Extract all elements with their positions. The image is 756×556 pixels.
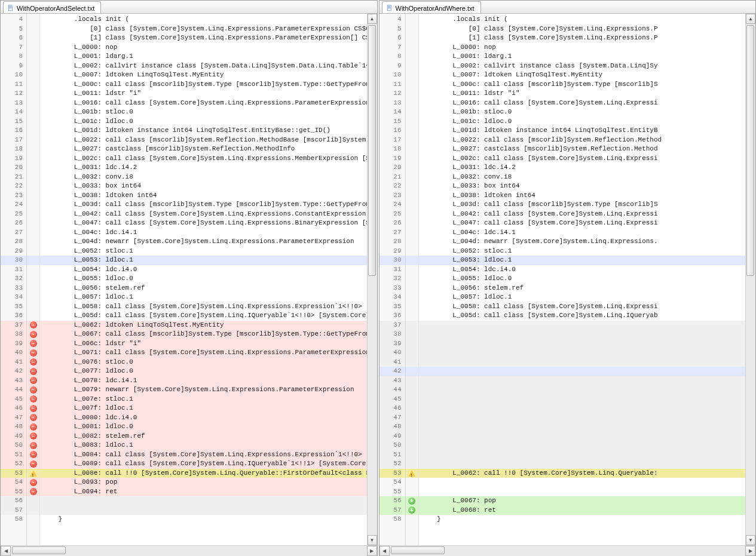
code-line[interactable]: L_0033: box int64 <box>419 182 746 191</box>
code-line[interactable]: L_0016: call class [System.Core]System.L… <box>40 99 367 108</box>
code-line[interactable]: L_0062: ldtoken LinqToSqlTest.MyEntity <box>40 321 367 330</box>
code-line[interactable]: L_0001: ldarg.1 <box>40 52 367 62</box>
code-line[interactable] <box>419 395 746 404</box>
code-line[interactable]: L_003d: call class [mscorlib]System.Type… <box>40 200 367 210</box>
scroll-left-button[interactable]: ◀ <box>1 546 11 556</box>
code-line[interactable]: [0] class [System.Core]System.Linq.Expre… <box>40 24 367 34</box>
code-line[interactable]: L_000c: call class [mscorlib]System.Type… <box>419 80 746 90</box>
scroll-thumb[interactable] <box>391 546 445 554</box>
code-line[interactable]: L_0054: ldc.i4.0 <box>419 265 746 275</box>
code-line[interactable]: L_005d: call class [System.Core]System.L… <box>40 311 367 321</box>
code-line[interactable]: .locals init ( <box>419 15 746 24</box>
code-line[interactable] <box>40 506 367 515</box>
code-line[interactable]: L_001b: stloc.0 <box>40 107 367 117</box>
code-line[interactable]: L_005d: call class [System.Core]System.L… <box>419 311 746 321</box>
code-line[interactable]: L_001d: ldtoken instance int64 LinqToSql… <box>419 126 746 136</box>
code-line[interactable]: L_0094: ret <box>40 487 367 497</box>
scroll-down-button[interactable]: ▼ <box>746 535 755 545</box>
scroll-left-button[interactable]: ◀ <box>379 546 390 556</box>
code-line[interactable]: L_0047: call class [System.Core]System.L… <box>419 219 746 228</box>
code-line[interactable]: L_004d: newarr [System.Core]System.Linq.… <box>40 237 367 247</box>
code-line[interactable]: L_0002: callvirt instance class [System.… <box>40 62 367 71</box>
code-line[interactable]: } <box>40 515 367 524</box>
code-line[interactable]: L_001c: ldloc.0 <box>419 117 746 127</box>
code-line[interactable]: L_0000: nop <box>419 43 746 53</box>
code-line[interactable]: L_0058: call class [System.Core]System.L… <box>40 302 367 312</box>
left-code[interactable]: .locals init ( [0] class [System.Core]Sy… <box>40 14 367 545</box>
code-line[interactable]: L_0000: nop <box>40 43 367 53</box>
code-line[interactable]: L_004c: ldc.i4.1 <box>40 228 367 238</box>
code-line[interactable]: L_001b: stloc.0 <box>419 107 746 117</box>
code-line[interactable]: L_0011: ldstr "i" <box>419 89 746 99</box>
code-line[interactable]: L_0056: stelem.ref <box>419 284 746 293</box>
code-line[interactable]: L_0031: ldc.i4.2 <box>419 163 746 173</box>
right-horizontal-scrollbar[interactable]: ◀ ▶ <box>379 545 756 555</box>
code-line[interactable] <box>419 321 746 330</box>
code-line[interactable]: L_0071: call class [System.Core]System.L… <box>40 348 367 358</box>
scroll-up-button[interactable]: ▲ <box>746 14 755 24</box>
code-line[interactable]: L_0057: ldloc.1 <box>419 293 746 302</box>
code-line[interactable] <box>419 487 746 497</box>
code-line[interactable]: [1] class [System.Core]System.Linq.Expre… <box>40 33 367 43</box>
code-line[interactable] <box>419 404 746 413</box>
scroll-track[interactable] <box>11 546 367 556</box>
code-line[interactable] <box>419 432 746 441</box>
code-line[interactable]: L_0081: ldloc.0 <box>40 422 367 432</box>
right-editor[interactable]: 4567891011121314151617181920212223242526… <box>379 14 756 545</box>
code-line[interactable]: .locals init ( <box>40 15 367 24</box>
code-line[interactable]: L_0079: newarr [System.Core]System.Linq.… <box>40 385 367 395</box>
code-line[interactable]: L_0078: ldc.i4.1 <box>40 376 367 386</box>
code-line[interactable]: [1] class [System.Core]System.Linq.Expre… <box>419 33 746 43</box>
code-line[interactable] <box>419 450 746 460</box>
right-tab[interactable]: WithOperatorAndWhere.txt <box>382 1 481 13</box>
code-line[interactable]: L_004c: ldc.i4.1 <box>419 228 746 238</box>
code-line[interactable]: L_0068: ret <box>419 506 746 515</box>
code-line[interactable] <box>419 478 746 487</box>
code-line[interactable]: L_0062: call !!0 [System.Core]System.Lin… <box>419 469 746 478</box>
code-line[interactable] <box>419 367 746 376</box>
code-line[interactable] <box>419 422 746 432</box>
scroll-track[interactable] <box>368 24 377 535</box>
code-line[interactable]: L_0016: call class [System.Core]System.L… <box>419 99 746 108</box>
code-line[interactable]: L_006c: ldstr "i" <box>40 339 367 349</box>
code-line[interactable]: L_0055: ldloc.0 <box>40 274 367 284</box>
code-line[interactable]: L_004d: newarr [System.Core]System.Linq.… <box>419 237 746 247</box>
code-line[interactable]: L_0032: conv.i8 <box>419 173 746 182</box>
code-line[interactable]: L_0055: ldloc.0 <box>419 274 746 284</box>
scroll-thumb[interactable] <box>746 25 754 276</box>
code-line[interactable]: L_0022: call class [mscorlib]System.Refl… <box>419 136 746 145</box>
right-vertical-scrollbar[interactable]: ▲ ▼ <box>745 14 755 545</box>
left-vertical-scrollbar[interactable]: ▲ ▼ <box>367 14 377 545</box>
scroll-right-button[interactable]: ▶ <box>745 546 755 556</box>
scroll-thumb[interactable] <box>12 546 66 554</box>
code-line[interactable] <box>419 385 746 395</box>
code-line[interactable] <box>419 348 746 358</box>
code-line[interactable]: L_001c: ldloc.0 <box>40 117 367 127</box>
scroll-down-button[interactable]: ▼ <box>368 535 377 545</box>
code-line[interactable]: L_0057: ldloc.1 <box>40 293 367 302</box>
code-line[interactable]: L_0047: call class [System.Core]System.L… <box>40 219 367 228</box>
code-line[interactable] <box>419 376 746 386</box>
code-line[interactable]: [0] class [System.Core]System.Linq.Expre… <box>419 24 746 34</box>
code-line[interactable]: L_0083: ldloc.1 <box>40 441 367 450</box>
code-line[interactable]: L_0042: call class [System.Core]System.L… <box>419 210 746 219</box>
scroll-right-button[interactable]: ▶ <box>367 546 377 556</box>
left-editor[interactable]: 4567891011121314151617181920212223242526… <box>1 14 377 545</box>
code-line[interactable]: L_0033: box int64 <box>40 182 367 191</box>
code-line[interactable]: L_0077: ldloc.0 <box>40 367 367 376</box>
code-line[interactable]: L_0053: ldloc.1 <box>419 256 746 265</box>
code-line[interactable]: L_003d: call class [mscorlib]System.Type… <box>419 200 746 210</box>
code-line[interactable]: } <box>419 515 746 524</box>
code-line[interactable]: L_0042: call class [System.Core]System.L… <box>40 210 367 219</box>
code-line[interactable]: L_0082: stelem.ref <box>40 432 367 441</box>
scroll-track[interactable] <box>746 24 755 535</box>
code-line[interactable]: L_002c: call class [System.Core]System.L… <box>40 154 367 164</box>
code-line[interactable]: L_0076: stloc.0 <box>40 358 367 367</box>
left-tab[interactable]: WithOperatorAndSelect.txt <box>3 1 101 13</box>
code-line[interactable] <box>419 441 746 450</box>
code-line[interactable] <box>419 358 746 367</box>
code-line[interactable]: L_0080: ldc.i4.0 <box>40 413 367 423</box>
code-line[interactable]: L_002c: call class [System.Core]System.L… <box>419 154 746 164</box>
code-line[interactable] <box>419 330 746 339</box>
code-line[interactable]: L_0052: stloc.1 <box>419 247 746 256</box>
